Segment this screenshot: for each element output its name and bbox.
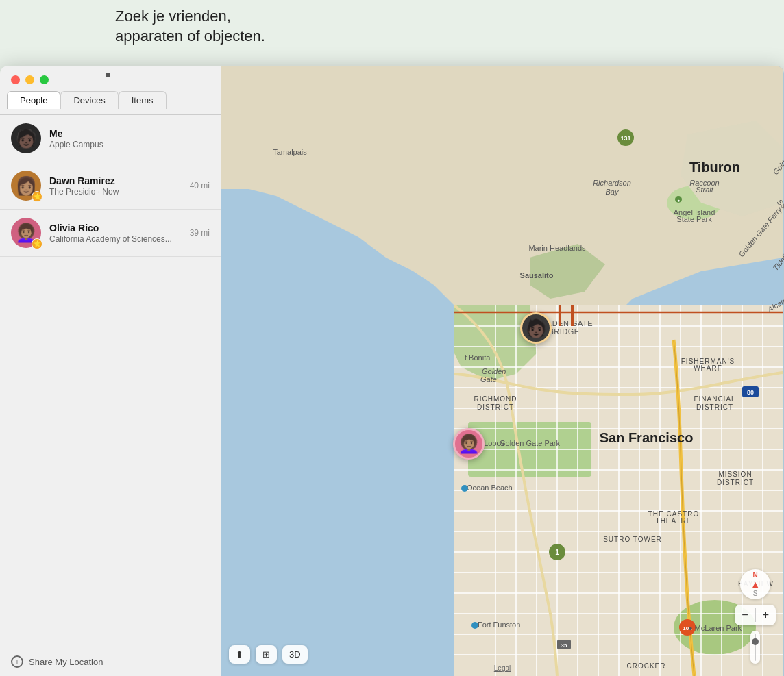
compass-north-label: N	[753, 571, 758, 579]
tooltip: Zoek je vrienden, apparaten of objecten.	[115, 7, 265, 46]
tooltip-line1: Zoek je vrienden,	[115, 7, 265, 27]
star-badge-dawn: ⭐	[32, 191, 42, 202]
zoom-minus-button[interactable]: −	[735, 605, 755, 625]
zoom-controls: − +	[735, 605, 776, 625]
person-dawn-info: Dawn Ramirez The Presidio · Now	[49, 175, 182, 197]
avatar-dawn: 👩🏽 ⭐	[11, 171, 41, 201]
compass-arrow-icon: ▲	[750, 579, 760, 590]
map-svg: 1 80 101 35 131 San Francisco Tiburon Sa…	[221, 66, 784, 676]
svg-text:San Francisco: San Francisco	[600, 430, 694, 445]
share-location-icon: +	[11, 655, 23, 668]
svg-text:Gate: Gate	[480, 375, 497, 384]
person-dawn-location: The Presidio · Now	[49, 187, 182, 197]
svg-text:Richardson: Richardson	[593, 179, 631, 187]
svg-text:State Park: State Park	[676, 215, 712, 223]
person-dawn-name: Dawn Ramirez	[49, 175, 182, 186]
person-me-name: Me	[49, 128, 210, 139]
svg-text:1: 1	[555, 549, 559, 556]
zoom-plus-button[interactable]: +	[756, 605, 776, 625]
map-controls-left: ⬆ ⊞ 3D	[229, 645, 308, 664]
share-location-text: Share My Location	[29, 657, 103, 667]
tooltip-line2: apparaten of objecten.	[115, 27, 265, 47]
svg-text:Sausalito: Sausalito	[520, 271, 554, 279]
map-type-button[interactable]: ⊞	[256, 645, 277, 664]
svg-point-77	[471, 622, 478, 629]
map-slider[interactable]	[750, 631, 760, 664]
map-controls-right: N ▲ S − +	[735, 569, 776, 664]
close-button[interactable]	[11, 75, 20, 84]
svg-text:RICHMOND: RICHMOND	[474, 395, 517, 403]
svg-text:THEATRE: THEATRE	[656, 517, 692, 525]
svg-text:131: 131	[620, 135, 630, 142]
svg-text:80: 80	[747, 389, 754, 396]
svg-text:● McLaren Park: ● McLaren Park	[688, 624, 742, 632]
svg-text:Golden Gate Park: Golden Gate Park	[500, 439, 561, 447]
svg-text:t Bonita: t Bonita	[465, 353, 491, 362]
tab-people[interactable]: People	[7, 91, 60, 109]
svg-text:DISTRICT: DISTRICT	[477, 403, 514, 411]
svg-text:Tiburon: Tiburon	[689, 160, 740, 175]
person-olivia[interactable]: 👩🏽‍🦱 ⭐ Olivia Rico California Academy of…	[0, 210, 221, 257]
svg-text:BRIDGE: BRIDGE	[548, 327, 579, 336]
svg-text:Tamalpais: Tamalpais	[273, 148, 307, 156]
svg-text:Strait: Strait	[696, 186, 714, 194]
people-list: 🧑🏿 Me Apple Campus 👩🏽 ⭐ Dawn Ramire	[0, 115, 221, 647]
svg-rect-58	[559, 305, 561, 326]
minimize-button[interactable]	[25, 75, 34, 84]
svg-text:Marin Headlands: Marin Headlands	[528, 244, 586, 252]
avatar-me: 🧑🏿	[11, 123, 41, 153]
person-olivia-info: Olivia Rico California Academy of Scienc…	[49, 223, 182, 244]
compass[interactable]: N ▲ S	[740, 569, 770, 599]
map-icon: ⊞	[262, 649, 270, 660]
svg-text:DISTRICT: DISTRICT	[717, 479, 754, 486]
star-badge-olivia: ⭐	[32, 238, 42, 249]
svg-text:35: 35	[561, 642, 567, 649]
svg-text:MISSION: MISSION	[718, 471, 752, 478]
person-olivia-distance: 39 mi	[190, 228, 210, 238]
legal-link[interactable]: Legal	[494, 664, 511, 672]
compass-south-label: S	[753, 590, 758, 597]
tab-items[interactable]: Items	[119, 91, 167, 109]
tab-bar: People Devices Items	[0, 91, 221, 109]
location-button[interactable]: ⬆	[229, 645, 250, 664]
tab-devices[interactable]: Devices	[60, 91, 118, 109]
person-olivia-name: Olivia Rico	[49, 223, 182, 234]
svg-text:Ocean Beach: Ocean Beach	[467, 484, 513, 492]
map-pin-me[interactable]: 🧑🏿	[520, 312, 552, 344]
map-pin-olivia[interactable]: 👩🏽‍🦱	[453, 428, 485, 460]
svg-text:Fort Funston: Fort Funston	[478, 621, 520, 629]
svg-text:FINANCIAL: FINANCIAL	[694, 395, 735, 403]
svg-rect-59	[571, 305, 574, 326]
person-olivia-location: California Academy of Sciences...	[49, 234, 182, 244]
svg-text:SUTRO TOWER: SUTRO TOWER	[603, 536, 662, 543]
slider-track	[755, 634, 756, 661]
avatar-olivia: 👩🏽‍🦱 ⭐	[11, 218, 41, 248]
sidebar: People Devices Items 🧑🏿 Me Apple Campus	[0, 66, 221, 676]
svg-text:DISTRICT: DISTRICT	[696, 403, 733, 411]
svg-text:Bay: Bay	[606, 188, 620, 196]
3d-button[interactable]: 3D	[282, 645, 308, 664]
person-dawn[interactable]: 👩🏽 ⭐ Dawn Ramirez The Presidio · Now 40 …	[0, 162, 221, 210]
svg-text:Golden: Golden	[482, 367, 506, 375]
maximize-button[interactable]	[40, 75, 49, 84]
main-window: People Devices Items 🧑🏿 Me Apple Campus	[0, 66, 784, 676]
svg-text:●: ●	[677, 198, 680, 203]
person-dawn-distance: 40 mi	[190, 181, 210, 190]
svg-point-75	[461, 485, 468, 492]
person-me[interactable]: 🧑🏿 Me Apple Campus	[0, 115, 221, 162]
person-me-info: Me Apple Campus	[49, 128, 210, 149]
person-me-location: Apple Campus	[49, 140, 210, 149]
share-location[interactable]: + Share My Location	[0, 647, 221, 676]
window-controls	[0, 66, 221, 91]
location-icon: ⬆	[236, 649, 243, 660]
slider-thumb	[752, 638, 759, 645]
map-container[interactable]: 1 80 101 35 131 San Francisco Tiburon Sa…	[221, 66, 784, 676]
svg-text:CROCKER: CROCKER	[626, 662, 665, 670]
svg-text:WHARF: WHARF	[694, 364, 722, 372]
